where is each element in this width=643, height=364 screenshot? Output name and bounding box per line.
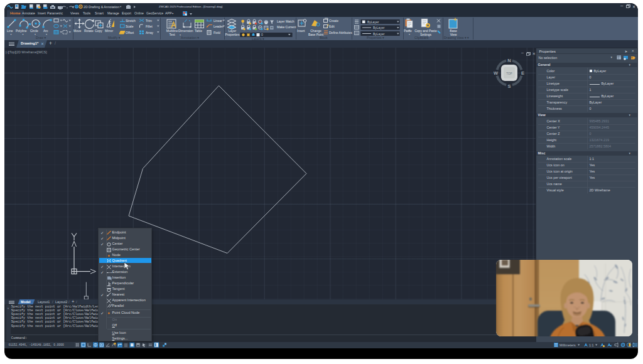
svg-text:E: E xyxy=(521,70,524,76)
svg-text:N: N xyxy=(507,58,511,63)
svg-text:TOP: TOP xyxy=(506,72,512,75)
svg-text:Millimeters: Millimeters xyxy=(559,343,576,347)
svg-text:S: S xyxy=(507,83,511,89)
svg-text:1:1: 1:1 xyxy=(589,343,594,347)
svg-text:W: W xyxy=(494,70,499,76)
